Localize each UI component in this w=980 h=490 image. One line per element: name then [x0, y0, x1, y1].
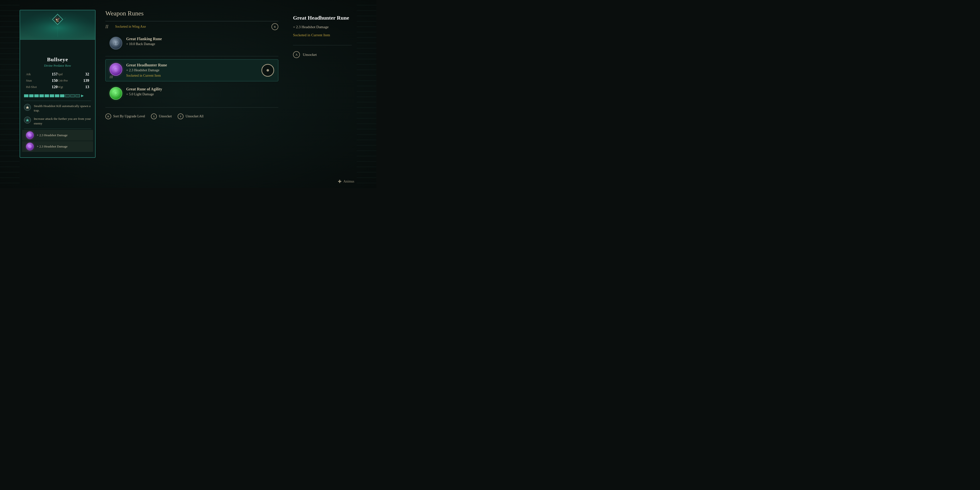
upgrade-seg-4	[40, 94, 44, 97]
upgrade-seg-10	[70, 94, 75, 97]
stat-atk-value: 157	[52, 72, 57, 76]
rune-item-agility[interactable]: Great Rune of Agility + 5.0 Light Damage	[105, 83, 278, 103]
unsocket-label: Unsocket	[303, 52, 317, 57]
upgrade-seg-2	[29, 94, 33, 97]
stat-hdshot: Hd-Shot 120	[26, 84, 57, 90]
ctrl-unsocket-all-label: Unsocket All	[186, 115, 204, 118]
headhunter-rune-name: Great Headhunter Rune	[126, 63, 258, 67]
upgrade-seg-1	[24, 94, 29, 97]
ability-2-icon	[24, 117, 31, 124]
ctrl-sort-label: Sort By Upgrade Level	[113, 115, 145, 118]
rune-slot-2-text: + 2.3 Headshot Damage	[37, 145, 68, 148]
ability-1-text: Stealth Headshot Kill automatically spaw…	[34, 104, 91, 113]
upgrade-arrow: ▶	[81, 94, 84, 98]
detail-title: Great Headhunter Rune	[293, 15, 352, 21]
ability-1: Stealth Headshot Kill automatically spaw…	[20, 102, 95, 115]
divider-2	[24, 129, 91, 129]
svg-text:🦅: 🦅	[55, 17, 60, 22]
socket-ii-num: II	[105, 24, 111, 29]
stat-spd: Spd 32	[57, 72, 89, 77]
rune-slot-1[interactable]: + 2.3 Headshot Damage	[22, 130, 93, 141]
rune-item-headhunter[interactable]: Great Headhunter Rune + 2.3 Headshot Dam…	[105, 59, 278, 81]
weapon-icon: 🦅	[51, 13, 64, 25]
ctrl-unsocket-icon: X	[151, 113, 157, 119]
panel-title: Weapon Runes	[105, 10, 278, 17]
stat-atk-label: Atk	[26, 72, 31, 76]
headhunter-rune-dot	[267, 69, 269, 72]
divider-runes	[105, 56, 278, 56]
ctrl-unsocket[interactable]: X Unsocket	[151, 113, 172, 119]
stat-wgt: Wgt 13	[57, 84, 89, 90]
headhunter-rune-circle	[261, 64, 274, 77]
stat-critpre: Crit-Pre 139	[57, 78, 89, 83]
headhunter-rune-icon	[110, 63, 122, 76]
stat-hdshot-value: 120	[52, 85, 57, 89]
weapon-name: Bullseye	[20, 56, 95, 63]
agility-rune-info: Great Rune of Agility + 5.0 Light Damage	[126, 87, 274, 96]
svg-marker-3	[26, 106, 29, 109]
rune-orb-2	[26, 143, 34, 150]
runes-panel: Weapon Runes II Socketed in Wing Axe R G…	[105, 5, 278, 183]
weapon-card: 🦅 Bullseye Divine Predator Bow Atk 157 S…	[20, 10, 95, 158]
stat-atk: Atk 157	[26, 72, 57, 77]
unsocket-row[interactable]: A Unsocket	[293, 51, 352, 58]
flanking-rune-stat: + 10.0 Back Damage	[126, 42, 274, 46]
flanking-rune-icon	[110, 37, 122, 49]
stat-critpre-label: Crit-Pre	[57, 79, 68, 83]
upgrade-seg-11	[75, 94, 80, 97]
detail-stat: + 2.3 Headshot Damage	[293, 25, 352, 29]
ability-2-text: Increase attack the further you are from…	[34, 117, 91, 126]
ability-1-icon	[24, 104, 31, 111]
stat-spd-label: Spd	[57, 72, 62, 76]
a-button: A	[293, 51, 300, 58]
bottom-controls: R Sort By Upgrade Level X Unsocket Y Uns…	[105, 110, 278, 123]
ctrl-sort[interactable]: R Sort By Upgrade Level	[105, 113, 145, 119]
upgrade-seg-9	[65, 94, 70, 97]
ability-2: Increase attack the further you are from…	[20, 115, 95, 127]
stat-wgt-value: 13	[85, 85, 89, 89]
sort-button[interactable]: R	[272, 23, 278, 30]
agility-rune-name: Great Rune of Agility	[126, 87, 274, 91]
upgrade-seg-5	[45, 94, 49, 97]
stat-critpre-value: 139	[83, 78, 89, 83]
rune-item-flanking[interactable]: Great Flanking Rune + 10.0 Back Damage	[105, 33, 278, 53]
detail-socket: Socketed in Current Item	[293, 33, 352, 37]
upgrade-seg-3	[34, 94, 39, 97]
upgrade-seg-6	[50, 94, 54, 97]
main-layout: 🦅 Bullseye Divine Predator Bow Atk 157 S…	[0, 0, 376, 188]
socket-ii-header: II Socketed in Wing Axe R	[105, 21, 278, 32]
headhunter-rune-stat: + 2.3 Headshot Damage	[126, 68, 258, 72]
stat-hdshot-label: Hd-Shot	[26, 85, 37, 89]
upgrade-bar: ▶	[20, 92, 95, 100]
agility-rune-stat: + 5.0 Light Damage	[126, 92, 274, 96]
detail-panel: Great Headhunter Rune + 2.3 Headshot Dam…	[288, 5, 357, 183]
ctrl-unsocket-label: Unsocket	[159, 115, 172, 118]
rune-orb-1	[26, 131, 34, 139]
svg-marker-4	[26, 119, 29, 122]
weapon-card-art: 🦅	[20, 10, 95, 40]
headhunter-rune-tier: III	[110, 75, 113, 79]
rune-slot-2[interactable]: + 2.3 Headshot Damage	[22, 141, 93, 152]
headhunter-rune-info: Great Headhunter Rune + 2.3 Headshot Dam…	[126, 63, 258, 78]
socket-ii-label: Socketed in Wing Axe	[115, 25, 146, 29]
ctrl-unsocket-all[interactable]: Y Unsocket All	[178, 113, 204, 119]
stat-stun-label: Stun	[26, 79, 32, 83]
stat-spd-value: 32	[85, 72, 89, 76]
stat-stun: Stun 150	[26, 78, 57, 83]
weapon-stats: Atk 157 Spd 32 Stun 150 Crit-Pre 139 Hd-…	[20, 68, 95, 92]
ctrl-sort-icon: R	[105, 113, 111, 119]
ctrl-unsocket-all-icon: Y	[178, 113, 183, 119]
stat-wgt-label: Wgt	[57, 85, 63, 89]
agility-rune-icon	[110, 87, 122, 100]
flanking-rune-name: Great Flanking Rune	[126, 37, 274, 41]
headhunter-rune-socket: Socketed in Current Item	[126, 74, 258, 78]
rune-slot-1-text: + 2.3 Headshot Damage	[37, 133, 68, 137]
upgrade-seg-7	[55, 94, 59, 97]
divider-bottom	[105, 107, 278, 108]
detail-divider	[293, 45, 352, 45]
weapon-type: Divine Predator Bow	[20, 64, 95, 68]
upgrade-seg-8	[60, 94, 64, 97]
stat-stun-value: 150	[52, 78, 57, 83]
flanking-rune-info: Great Flanking Rune + 10.0 Back Damage	[126, 37, 274, 46]
